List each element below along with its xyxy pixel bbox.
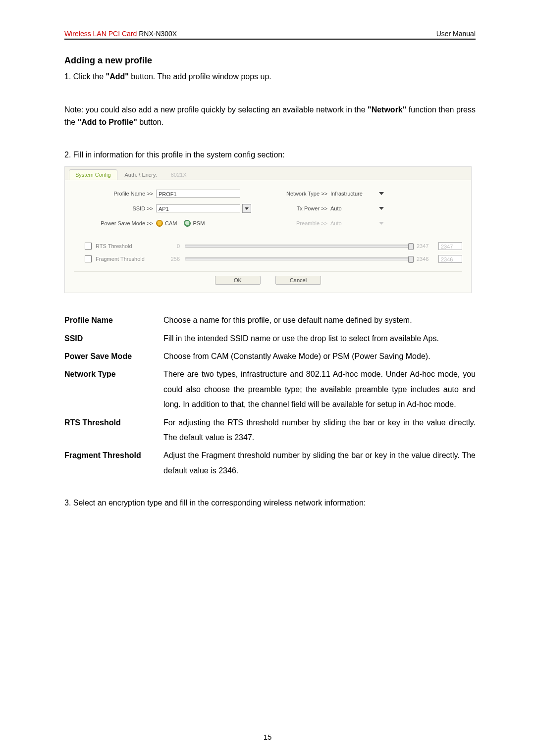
def-row: Power Save Mode Choose from CAM (Constan… (64, 349, 476, 364)
rts-max: 2347 (417, 243, 434, 249)
section-heading: Adding a new profile (64, 55, 476, 66)
tab-system-config[interactable]: System Config (69, 169, 117, 180)
tab-auth-encry[interactable]: Auth. \ Encry. (118, 169, 163, 180)
rts-slider[interactable] (185, 245, 412, 248)
def-text: There are two types, infrastructure and … (163, 367, 476, 412)
label-network-type: Network Type >> (268, 191, 330, 197)
def-row: Fragment Threshold Adjust the Fragment t… (64, 448, 476, 478)
profile-name-input[interactable]: PROF1 (156, 190, 240, 198)
radio-dot-icon (156, 220, 163, 227)
def-text: Choose from CAM (Constantly Awake Mode) … (163, 349, 476, 364)
dropdown-icon (379, 222, 384, 225)
dropdown-icon[interactable] (379, 192, 384, 195)
label-rts: RTS Threshold (96, 243, 160, 249)
frag-value-input[interactable]: 2346 (438, 255, 462, 263)
def-text: For adjusting the RTS threshold number b… (163, 415, 476, 446)
fragment-threshold-row: Fragment Threshold 256 2346 2346 (74, 253, 462, 264)
def-term: Profile Name (64, 313, 163, 328)
definitions-table: Profile Name Choose a name for this prof… (64, 313, 476, 478)
step-3: 3. Select an encryption type and fill in… (64, 497, 476, 509)
product-line: Wireless LAN PCI Card (64, 30, 137, 38)
network-type-value[interactable]: Infrastructure (330, 191, 375, 197)
slider-thumb-icon[interactable] (408, 256, 414, 263)
def-term: SSID (64, 331, 163, 346)
step-1: 1. Click the "Add" button. The add profi… (64, 71, 476, 83)
tx-power-value[interactable]: Auto (330, 205, 375, 211)
frag-min: 256 (160, 256, 180, 262)
page-number: 15 (0, 733, 535, 741)
def-row: SSID Fill in the intended SSID name or u… (64, 331, 476, 346)
system-config-screenshot: System Config Auth. \ Encry. 8021X Profi… (64, 166, 472, 293)
page-header: Wireless LAN PCI Card RNX-N300X User Man… (64, 30, 476, 40)
ssid-input[interactable]: AP1 (156, 204, 240, 212)
label-frag: Fragment Threshold (96, 256, 160, 262)
label-preamble: Preamble >> (268, 220, 330, 226)
ok-button[interactable]: OK (215, 276, 261, 285)
def-term: RTS Threshold (64, 415, 163, 446)
tab-8021x[interactable]: 8021X (164, 169, 193, 180)
label-profile-name: Profile Name >> (74, 191, 156, 197)
product-model: RNX-N300X (139, 30, 177, 38)
frag-max: 2346 (417, 256, 434, 262)
def-text: Choose a name for this profile, or use d… (163, 313, 476, 328)
ssid-dropdown-button[interactable] (242, 204, 251, 213)
frag-slider[interactable] (185, 257, 412, 260)
def-row: Profile Name Choose a name for this prof… (64, 313, 476, 328)
rts-threshold-row: RTS Threshold 0 2347 2347 (74, 241, 462, 252)
cancel-button[interactable]: Cancel (275, 276, 321, 285)
doc-type: User Manual (436, 30, 476, 38)
label-power-save: Power Save Mode >> (74, 220, 156, 226)
def-text: Fill in the intended SSID name or use th… (163, 331, 476, 346)
radio-dot-icon (184, 220, 191, 227)
def-term: Fragment Threshold (64, 448, 163, 478)
tab-bar: System Config Auth. \ Encry. 8021X (65, 167, 471, 180)
radio-psm[interactable]: PSM (184, 220, 205, 227)
def-text: Adjust the Fragment threshold number by … (163, 448, 476, 478)
rts-value-input[interactable]: 2347 (438, 242, 462, 250)
slider-thumb-icon[interactable] (408, 243, 414, 250)
radio-cam[interactable]: CAM (156, 220, 177, 227)
label-tx-power: Tx Power >> (268, 205, 330, 211)
frag-checkbox[interactable] (85, 255, 92, 262)
rts-min: 0 (160, 243, 180, 249)
preamble-value: Auto (330, 220, 375, 226)
def-row: RTS Threshold For adjusting the RTS thre… (64, 415, 476, 446)
def-term: Network Type (64, 367, 163, 412)
note-paragraph: Note: you could also add a new profile q… (64, 104, 476, 129)
def-row: Network Type There are two types, infras… (64, 367, 476, 412)
dropdown-icon[interactable] (379, 207, 384, 210)
def-term: Power Save Mode (64, 349, 163, 364)
label-ssid: SSID >> (74, 205, 156, 211)
product-name: Wireless LAN PCI Card RNX-N300X (64, 30, 177, 38)
rts-checkbox[interactable] (85, 243, 92, 250)
step-2: 2. Fill in information for this profile … (64, 149, 476, 161)
